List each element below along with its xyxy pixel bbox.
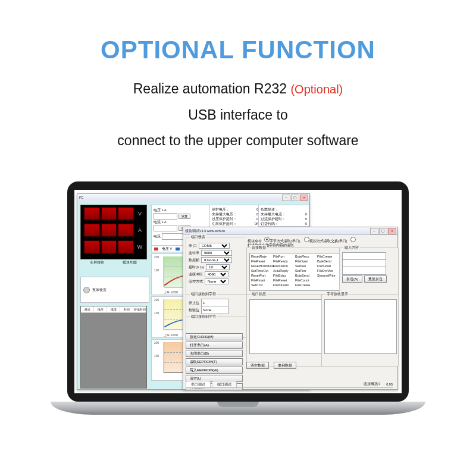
flow-select[interactable]: None bbox=[205, 278, 228, 284]
group-title: 端口接收到字符 bbox=[190, 292, 217, 297]
status-led-icon bbox=[83, 287, 90, 293]
info-right: 负载描述：支持最大电流：0过流保护延时：0订货代码：0 bbox=[258, 205, 309, 227]
winB-close-btn[interactable]: × bbox=[388, 228, 396, 234]
data-table: 模式 电压 电流 时间 持续时间 bbox=[80, 306, 147, 389]
fn-btn[interactable]: 打开串口(A) bbox=[186, 342, 243, 349]
group-title: 端口设置 bbox=[190, 234, 206, 240]
winB-min-btn[interactable]: – bbox=[370, 228, 378, 234]
i-input[interactable] bbox=[162, 233, 186, 240]
fn-btn[interactable]: 写入EEPROM(W) bbox=[186, 367, 243, 374]
a-label: 电流 1.A bbox=[154, 220, 167, 224]
fmt-label: 数据帧 bbox=[189, 258, 199, 262]
winA-min-btn[interactable]: – bbox=[282, 195, 290, 201]
unit-w: W bbox=[136, 244, 144, 250]
tab-port[interactable]: 端口调试 bbox=[212, 381, 237, 387]
port-settings-group: 端口设置 串 口COM6 波特率9600 数据帧8,None,1 超时(0.1s… bbox=[186, 237, 249, 300]
laptop-notch bbox=[217, 402, 259, 407]
status-label: 整体设置 bbox=[92, 287, 107, 293]
ytick: 200 bbox=[154, 341, 159, 345]
data-fn-list[interactable]: ResetRateFileResetResetHoldModeSetTimeOu… bbox=[249, 253, 340, 291]
group-title: 端口接收到字节 bbox=[190, 314, 217, 320]
char-disp-group: 字符接收显示 bbox=[321, 294, 399, 367]
timeout-select[interactable]: 10 bbox=[206, 264, 230, 270]
xt: 上午 12:00 bbox=[164, 290, 178, 294]
a-input[interactable] bbox=[154, 225, 177, 231]
baud-label: 波特率 bbox=[189, 251, 199, 255]
tab2[interactable]: 模块功能 bbox=[123, 261, 137, 265]
parity-input[interactable] bbox=[201, 306, 228, 314]
th: 电流 bbox=[107, 306, 120, 312]
stop-label: 停止位 bbox=[189, 301, 199, 305]
winA-close-btn[interactable]: × bbox=[300, 195, 308, 201]
port-select[interactable]: COM6 bbox=[199, 243, 230, 249]
clear-btn[interactable]: 清空数据 bbox=[246, 362, 269, 369]
info-left: 保护电压：0支持最大电压：0过压保护延时：0功率保护延时：0ff bbox=[209, 205, 261, 227]
fn-btn[interactable]: 读取EEPROM(T) bbox=[186, 358, 243, 365]
tab-row: 全屏接收 模块功能 bbox=[80, 261, 146, 265]
port-status-box[interactable] bbox=[249, 299, 322, 354]
fn-btn[interactable]: 关闭串口(B) bbox=[186, 350, 243, 357]
proto-radio[interactable] bbox=[264, 237, 270, 242]
th: 模式 bbox=[81, 306, 94, 312]
char-disp-box[interactable] bbox=[324, 299, 397, 354]
group-title: 输入内容 bbox=[343, 245, 360, 250]
buf-label: 读缓冲区 bbox=[189, 273, 203, 277]
ytick: 200 bbox=[154, 298, 159, 302]
fmt-select[interactable]: 8,None,1 bbox=[201, 257, 232, 263]
flow-label: 流控方式 bbox=[189, 280, 203, 284]
v-set-btn[interactable]: 设置 bbox=[178, 214, 190, 219]
port-label: 串 口 bbox=[189, 244, 197, 248]
th: 持续时间 bbox=[133, 306, 146, 312]
tab-serial[interactable]: 串口调试 bbox=[186, 381, 211, 387]
proto-radio[interactable] bbox=[350, 237, 356, 242]
v-label: 电压 1.A bbox=[154, 208, 167, 212]
v-input[interactable] bbox=[154, 213, 177, 220]
group-title: 端口状态 bbox=[250, 292, 267, 297]
bottom-tabs: 串口调试 端口调试 连接概况 0 0.95 bbox=[186, 381, 393, 388]
th: 电压 bbox=[94, 306, 107, 312]
group-title: 字符接收显示 bbox=[325, 292, 349, 297]
protocol-radios: 模块命令字节方式读取(串口)模拟方式读取交换(串口)扫描接收实施字符内容的读取 bbox=[246, 237, 395, 245]
i-label: 电流 bbox=[154, 234, 161, 239]
laptop-mockup: FC – ▢ × V A W 全屏接收 模块功能 bbox=[51, 181, 425, 443]
sub-line3: connect to the upper computer software bbox=[117, 133, 358, 148]
bottom-status: 连接概况 0 bbox=[364, 382, 381, 386]
group-title: 直接数据 bbox=[250, 245, 267, 250]
winB-title: 模块调试V1.5 www.wch.cn bbox=[185, 229, 225, 233]
port-status-group: 端口状态 bbox=[246, 294, 324, 367]
xt: 上午 12:00 bbox=[164, 333, 178, 337]
laptop-bezel: FC – ▢ × V A W 全屏接收 模块功能 bbox=[67, 181, 409, 402]
single-btn[interactable]: 单例数据 bbox=[274, 362, 296, 369]
headline: OPTIONAL FUNCTION bbox=[0, 0, 476, 64]
fn-btn[interactable]: 接送CH341(M) bbox=[186, 333, 243, 340]
proto-radio[interactable] bbox=[304, 237, 309, 242]
ytick: 100 bbox=[154, 354, 159, 358]
lower-buttons: 清空数据 单例数据 bbox=[246, 362, 296, 369]
laptop-screen: FC – ▢ × V A W 全屏接收 模块功能 bbox=[74, 190, 402, 393]
timeout-label: 超时(0.1s) bbox=[189, 265, 204, 270]
baud-select[interactable]: 9600 bbox=[201, 250, 232, 256]
ytick: 100 bbox=[154, 268, 159, 272]
module-debug-window: 模块调试V1.5 www.wch.cn – ▢ × 端口设置 串 口COM6 波… bbox=[183, 227, 398, 390]
winB-max-btn[interactable]: ▢ bbox=[379, 228, 387, 234]
subtitle: Realize automation R232 (Optional) USB i… bbox=[0, 76, 476, 154]
winA-max-btn[interactable]: ▢ bbox=[291, 195, 299, 201]
sub-line1a: Realize automation R232 bbox=[133, 81, 291, 96]
optional-tag: (Optional) bbox=[290, 83, 343, 96]
repeat-btn[interactable]: 重复发送 bbox=[364, 275, 387, 283]
sub-line2: USB interface to bbox=[188, 107, 287, 123]
led-readout-panel: V A W bbox=[80, 205, 147, 259]
unit-a: A bbox=[136, 227, 144, 233]
buf-select[interactable]: 4096 bbox=[205, 271, 228, 277]
ytick: 200 bbox=[154, 255, 159, 259]
in3[interactable] bbox=[342, 267, 386, 275]
parity-label: 校验位 bbox=[189, 308, 199, 312]
th: 时间 bbox=[120, 306, 133, 312]
status-box: 整体设置 bbox=[80, 277, 149, 303]
unit-v: V bbox=[136, 211, 144, 217]
send-btn[interactable]: 发送(S) bbox=[342, 275, 362, 283]
tab1[interactable]: 全屏接收 bbox=[90, 261, 104, 265]
ytick: 100 bbox=[154, 311, 159, 315]
data-table-header: 模式 电压 电流 时间 持续时间 bbox=[81, 306, 146, 313]
bottom-num: 0.95 bbox=[386, 383, 393, 386]
